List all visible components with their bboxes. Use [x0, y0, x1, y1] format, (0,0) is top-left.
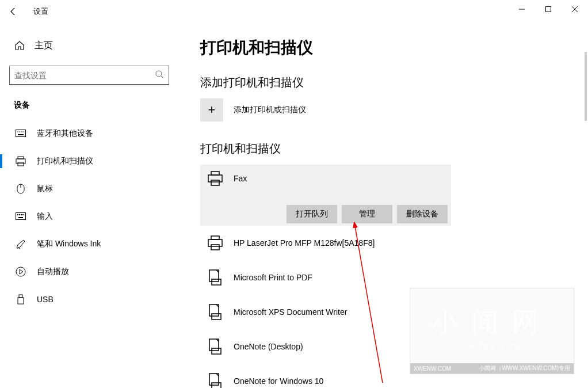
close-button[interactable]: [562, 0, 588, 18]
category-header: 设备: [9, 100, 169, 111]
nav-label: USB: [37, 295, 54, 304]
nav-pen[interactable]: 笔和 Windows Ink: [0, 230, 178, 258]
printer-list-header: 打印机和扫描仪: [200, 141, 588, 157]
svg-rect-9: [18, 134, 24, 135]
printer-name: OneNote (Desktop): [234, 342, 303, 351]
printer-icon: [206, 234, 224, 252]
home-link[interactable]: 主页: [9, 35, 169, 56]
svg-rect-29: [211, 245, 219, 250]
manage-button[interactable]: 管理: [342, 205, 392, 223]
svg-rect-18: [21, 214, 22, 215]
search-icon[interactable]: [155, 70, 164, 81]
nav-printers[interactable]: 打印机和扫描仪: [0, 147, 178, 175]
home-icon: [14, 40, 25, 51]
svg-point-6: [19, 131, 20, 132]
document-printer-icon: [206, 372, 224, 388]
nav-mouse[interactable]: 鼠标: [0, 175, 178, 203]
keyboard-icon: [15, 130, 26, 138]
document-printer-icon: [206, 268, 224, 287]
watermark-bar-left: XWENW.COM: [414, 366, 451, 372]
plus-icon: +: [208, 102, 216, 117]
nav-label: 笔和 Windows Ink: [37, 239, 101, 249]
svg-rect-16: [17, 214, 18, 215]
nav-label: 鼠标: [37, 184, 53, 194]
input-icon: [15, 212, 26, 220]
svg-rect-34: [209, 339, 219, 351]
printer-name: Fax: [234, 174, 247, 183]
search-input[interactable]: [14, 71, 155, 80]
nav-autoplay[interactable]: 自动播放: [0, 258, 178, 286]
usb-icon: [15, 294, 26, 305]
svg-rect-12: [18, 162, 24, 166]
back-button[interactable]: [0, 0, 26, 23]
svg-rect-24: [211, 172, 219, 175]
svg-rect-1: [546, 7, 551, 12]
window-title: 设置: [33, 6, 48, 17]
svg-rect-19: [22, 214, 24, 215]
watermark: 小闻网 XWENW.COM XWENW.COM 小闻网（WWW.XWENW.CO…: [410, 288, 574, 374]
svg-rect-22: [19, 295, 22, 298]
svg-rect-36: [209, 374, 219, 385]
printer-name: Microsoft XPS Document Writer: [234, 307, 347, 317]
add-section-header: 添加打印机和扫描仪: [200, 75, 588, 90]
svg-rect-32: [209, 305, 219, 316]
svg-rect-20: [18, 217, 23, 218]
nav-label: 输入: [37, 211, 53, 222]
document-printer-icon: [206, 303, 224, 321]
svg-point-21: [16, 267, 25, 276]
svg-rect-26: [211, 180, 219, 185]
minimize-button[interactable]: [509, 0, 535, 18]
svg-rect-11: [16, 159, 25, 163]
svg-point-7: [21, 131, 22, 132]
svg-rect-10: [18, 157, 24, 159]
autoplay-icon: [15, 267, 26, 277]
nav-label: 自动播放: [37, 267, 69, 277]
document-printer-icon: [206, 337, 224, 356]
nav-bluetooth[interactable]: 蓝牙和其他设备: [0, 120, 178, 147]
svg-rect-17: [19, 214, 20, 215]
printer-icon: [206, 169, 224, 188]
nav-label: 打印机和扫描仪: [37, 156, 93, 166]
printer-item-hp[interactable]: HP LaserJet Pro MFP M128fw[5A18F8]: [200, 226, 588, 260]
svg-line-3: [161, 76, 163, 78]
home-label: 主页: [35, 40, 53, 52]
maximize-button[interactable]: [535, 0, 562, 18]
svg-rect-23: [18, 298, 24, 304]
svg-rect-35: [212, 348, 221, 354]
sidebar: 主页 设备 蓝牙和其他设备 打印机和扫描仪 鼠标 输入 笔和 Windows I…: [0, 23, 178, 388]
scrollbar[interactable]: [585, 52, 587, 121]
page-title: 打印机和扫描仪: [200, 37, 588, 59]
add-printer-label: 添加打印机或扫描仪: [234, 105, 306, 115]
add-printer-button[interactable]: +: [200, 98, 223, 121]
svg-point-8: [22, 131, 24, 132]
svg-rect-33: [212, 314, 221, 319]
content-area: 打印机和扫描仪 添加打印机和扫描仪 + 添加打印机或扫描仪 打印机和扫描仪 Fa…: [178, 23, 588, 388]
svg-rect-25: [208, 175, 222, 182]
pen-icon: [15, 239, 26, 249]
svg-rect-30: [209, 270, 219, 282]
mouse-icon: [15, 184, 26, 194]
svg-rect-4: [16, 130, 26, 137]
svg-rect-28: [208, 239, 222, 246]
printer-name: OneNote for Windows 10: [234, 376, 323, 386]
svg-point-2: [156, 71, 162, 77]
printer-name: HP LaserJet Pro MFP M128fw[5A18F8]: [234, 238, 375, 248]
watermark-subtext: XWENW.COM: [410, 343, 574, 351]
open-queue-button[interactable]: 打开队列: [287, 205, 337, 223]
search-box[interactable]: [9, 66, 169, 85]
svg-rect-31: [212, 279, 221, 285]
svg-rect-15: [16, 213, 26, 220]
watermark-text: 小闻网: [410, 305, 574, 340]
watermark-bar-right: 小闻网（WWW.XWENW.COM)专用: [479, 364, 570, 372]
remove-device-button[interactable]: 删除设备: [397, 205, 448, 223]
printer-name: Microsoft Print to PDF: [234, 273, 312, 282]
svg-point-5: [17, 131, 18, 132]
printer-icon: [15, 156, 26, 166]
nav-usb[interactable]: USB: [0, 286, 178, 313]
nav-input[interactable]: 输入: [0, 203, 178, 230]
printer-item-fax[interactable]: Fax 打开队列 管理 删除设备: [200, 165, 451, 226]
nav-label: 蓝牙和其他设备: [37, 128, 93, 139]
svg-rect-27: [211, 236, 219, 239]
